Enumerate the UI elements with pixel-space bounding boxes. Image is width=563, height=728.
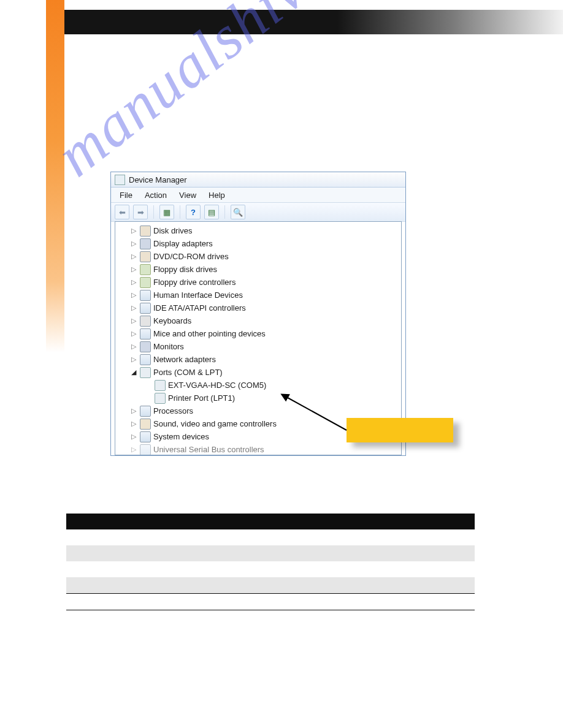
toolbar-separator-2 — [180, 205, 180, 219]
forward-button[interactable]: ➡ — [133, 205, 148, 219]
window-titlebar[interactable]: Device Manager — [111, 172, 405, 188]
window-toolbar: ⬅ ➡ ▦ ? ▤ 🔍 — [111, 203, 405, 222]
keyboard-icon — [140, 316, 151, 327]
expand-icon: ▷ — [131, 317, 137, 325]
tree-item-ports[interactable]: ◢Ports (COM & LPT) — [118, 366, 399, 379]
expand-icon: ▷ — [131, 420, 137, 428]
expand-icon: ▷ — [131, 227, 137, 235]
table-row — [66, 594, 475, 610]
expand-icon: ▷ — [131, 304, 137, 312]
scan-hardware-button[interactable]: 🔍 — [231, 205, 245, 219]
tree-item-display-adapters[interactable]: ▷Display adapters — [118, 237, 399, 250]
window-title: Device Manager — [129, 175, 187, 184]
dvd-drive-icon — [140, 251, 151, 262]
settings-table — [66, 514, 475, 610]
toolbar-separator-1 — [153, 205, 154, 219]
disk-drive-icon — [140, 226, 151, 237]
expand-icon: ▷ — [131, 407, 137, 415]
system-device-icon — [140, 431, 151, 442]
display-adapter-icon — [140, 238, 151, 249]
expand-icon: ▷ — [131, 330, 137, 338]
collapse-icon: ◢ — [131, 368, 137, 376]
hid-icon — [140, 290, 151, 301]
menu-action[interactable]: Action — [139, 191, 173, 200]
show-hidden-button[interactable]: ▦ — [159, 205, 174, 219]
tree-item-processors[interactable]: ▷Processors — [118, 404, 399, 417]
ports-icon — [140, 367, 151, 378]
lpt-port-icon — [155, 393, 166, 404]
sound-controller-icon — [140, 419, 151, 430]
com-port-icon — [155, 380, 166, 391]
monitor-icon — [140, 341, 151, 352]
menu-view[interactable]: View — [173, 191, 202, 200]
device-manager-app-icon — [115, 175, 125, 185]
expand-icon: ▷ — [131, 240, 137, 248]
help-button[interactable]: ? — [186, 205, 201, 219]
menu-help[interactable]: Help — [202, 191, 231, 200]
tree-item-mice[interactable]: ▷Mice and other pointing devices — [118, 327, 399, 340]
back-button[interactable]: ⬅ — [115, 205, 129, 219]
expand-icon: ▷ — [131, 278, 137, 286]
decoration-top-gradient — [61, 10, 563, 34]
table-row — [66, 545, 475, 561]
tree-item-floppy-controllers[interactable]: ▷Floppy drive controllers — [118, 276, 399, 289]
expand-icon: ▷ — [131, 446, 137, 453]
usb-controller-icon — [140, 444, 151, 455]
tree-item-dvd-cd-rom[interactable]: ▷DVD/CD-ROM drives — [118, 250, 399, 263]
tree-item-disk-drives[interactable]: ▷Disk drives — [118, 224, 399, 237]
floppy-controller-icon — [140, 277, 151, 288]
menu-file[interactable]: File — [113, 191, 139, 200]
window-menubar: File Action View Help — [111, 188, 405, 203]
device-manager-window: Device Manager File Action View Help ⬅ ➡… — [110, 172, 406, 456]
expand-icon: ▷ — [131, 433, 137, 441]
table-row — [66, 529, 475, 545]
table-row — [66, 561, 475, 577]
mouse-icon — [140, 328, 151, 339]
expand-icon: ▷ — [131, 265, 137, 273]
network-adapter-icon — [140, 354, 151, 365]
tree-item-monitors[interactable]: ▷Monitors — [118, 340, 399, 353]
ide-controller-icon — [140, 303, 151, 314]
expand-icon: ▷ — [131, 252, 137, 260]
tree-item-floppy-disk-drives[interactable]: ▷Floppy disk drives — [118, 263, 399, 276]
tree-item-ide[interactable]: ▷IDE ATA/ATAPI controllers — [118, 301, 399, 314]
table-header-row — [66, 514, 475, 529]
processor-icon — [140, 406, 151, 417]
tree-item-printer-port[interactable]: Printer Port (LPT1) — [118, 392, 399, 404]
floppy-drive-icon — [140, 264, 151, 275]
tree-item-hid[interactable]: ▷Human Interface Devices — [118, 289, 399, 301]
table-row — [66, 577, 475, 594]
decoration-orange-sidebar — [46, 0, 64, 352]
properties-button[interactable]: ▤ — [204, 205, 219, 219]
expand-icon: ▷ — [131, 291, 137, 299]
expand-icon: ▷ — [131, 355, 137, 363]
expand-icon: ▷ — [131, 343, 137, 351]
toolbar-separator-3 — [224, 205, 225, 219]
tree-item-network-adapters[interactable]: ▷Network adapters — [118, 353, 399, 366]
tree-item-keyboards[interactable]: ▷Keyboards — [118, 314, 399, 327]
tree-item-ext-vgaa-hd-sc[interactable]: EXT-VGAA-HD-SC (COM5) — [118, 379, 399, 392]
callout-label-box — [347, 418, 453, 442]
